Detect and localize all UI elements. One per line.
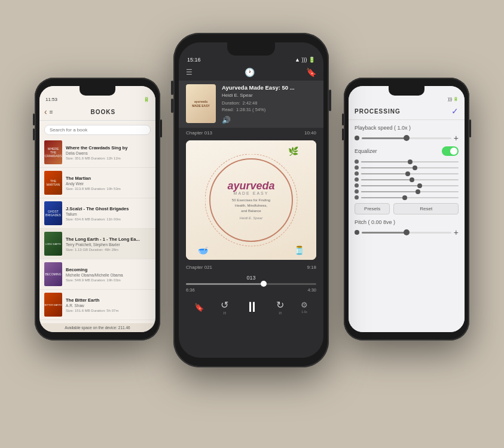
speed-dot <box>355 136 359 140</box>
check-button[interactable]: ✓ <box>451 106 459 116</box>
book-title: J.Scalzi - The Ghost Brigades <box>66 206 151 211</box>
list-item[interactable]: WHERE THE CRAWDADS Where the Crawdads Si… <box>39 137 155 168</box>
eq-track-1[interactable] <box>361 161 459 162</box>
center-book-author: Heidi E. Spear <box>222 93 316 98</box>
pause-button[interactable]: ⏸ <box>245 299 259 315</box>
rewind-label: 15 <box>223 311 227 315</box>
right-vol-up[interactable] <box>342 113 344 125</box>
list-item[interactable]: BECOMING Becoming Michelle Obama/Michell… <box>39 259 155 290</box>
eq-thumb-5 <box>417 183 422 188</box>
eq-band-1 <box>355 159 459 164</box>
center-time: 15:16 <box>187 57 201 63</box>
book-author: Michelle Obama/Michelle Obama <box>66 273 151 277</box>
forward-button[interactable]: ↻ <box>276 299 284 311</box>
search-input[interactable] <box>44 125 151 135</box>
volume-up-button[interactable] <box>33 113 35 125</box>
right-content: Playback speed ( 1.0x ) + Equalizer <box>349 120 465 332</box>
speed-track[interactable] <box>362 137 451 139</box>
center-meta: Ayurveda Made Easy: 50 ... Heidi E. Spea… <box>222 84 316 124</box>
equalizer-toggle[interactable] <box>442 146 459 156</box>
eq-track-3[interactable] <box>361 173 459 174</box>
power-button[interactable] <box>160 119 162 137</box>
eq-thumb-1 <box>408 159 413 164</box>
remaining-time: 4:30 <box>307 287 316 293</box>
center-book-info: ayurvedaMADE EASY Ayurveda Made Easy: 50… <box>179 81 323 128</box>
eq-fill-2 <box>361 167 415 168</box>
power[interactable] <box>329 90 331 111</box>
eq-fill-3 <box>361 173 408 174</box>
book-author: A.R. Shaw <box>66 303 151 308</box>
eq-track-5[interactable] <box>361 185 459 186</box>
equalizer-label: Equalizer <box>355 148 377 154</box>
clock-icon[interactable]: 🕐 <box>245 67 255 77</box>
cover-text-container: ayurveda MADE EASY 50 Exercises for Find… <box>227 180 274 220</box>
center-icons: ▲ ))) 🔋 <box>295 57 315 63</box>
large-book-cover[interactable]: 🌿 🥣 🫙 ayurveda MADE EASY 50 Exercises fo… <box>186 140 316 260</box>
presets-button[interactable]: Presets <box>355 203 390 214</box>
left-footer: Available space on the device: 211.46 <box>39 323 155 332</box>
eq-fill-6 <box>361 191 418 192</box>
playback-speed-text: Playback speed ( 1.0x ) <box>355 125 411 131</box>
presets-reset-row: Presets Reset <box>355 203 459 214</box>
volume-down-button[interactable] <box>33 128 35 140</box>
left-time: 11:53 <box>45 97 57 102</box>
eq-thumb-2 <box>413 165 417 170</box>
settings-button[interactable]: ⚙ <box>301 300 308 309</box>
pitch-fill <box>362 232 407 234</box>
list-item[interactable]: GHOST BRIGADES J.Scalzi - The Ghost Brig… <box>39 198 155 229</box>
book-cover-longearth: LONG EARTH <box>44 232 62 256</box>
elapsed-time: 6:36 <box>186 287 195 293</box>
vol-down[interactable] <box>171 99 173 113</box>
right-vol-down[interactable] <box>342 128 344 140</box>
right-power[interactable] <box>469 119 471 137</box>
ayurveda-made: MADE EASY <box>227 191 274 195</box>
book-author: Tallum <box>66 212 151 216</box>
rewind-button[interactable]: ↺ <box>221 299 228 311</box>
settings-ctrl: ⚙ 1.0x <box>301 300 308 314</box>
center-book-title: Ayurveda Made Easy: 50 ... <box>222 84 316 91</box>
rewind-ctrl: ↺ 15 <box>221 299 228 315</box>
bookmark-button[interactable]: 🔖 <box>194 303 204 312</box>
list-item[interactable]: BITTER EARTH The Bitter Earth A.R. Shaw … <box>39 290 155 320</box>
center-cover-thumbnail: ayurvedaMADE EASY <box>186 84 216 123</box>
left-notch <box>80 86 115 96</box>
eq-thumb-4 <box>410 177 414 182</box>
left-screen: 11:53 🔋 ‹ ≡ BOOKS WHERE THE CRAWDADS <box>39 86 155 332</box>
center-duration: Duration: 2:42:48 <box>222 100 316 106</box>
eq-dot-6 <box>355 189 359 194</box>
book-cover-becoming: BECOMING <box>44 262 62 286</box>
left-header: ‹ ≡ BOOKS <box>39 105 155 121</box>
bookmark-icon[interactable]: 🔖 <box>306 67 316 77</box>
list-item-active[interactable]: LONG EARTH The Long Earth - 1 - The Long… <box>39 229 155 259</box>
processing-title: PROCESSING <box>355 108 401 115</box>
eq-band-2 <box>355 165 459 170</box>
hamburger-icon[interactable]: ☰ <box>186 68 193 76</box>
book-title: The Long Earth - 1 - The Long Ea... <box>66 237 151 242</box>
speed-thumb <box>404 135 410 141</box>
eq-track-4[interactable] <box>361 179 459 180</box>
book-meta: Size: 351.6 MB Duration: 12h 12m <box>66 157 151 160</box>
book-meta: Size: 151.6 MB Duration: 5h 07m <box>66 309 151 312</box>
reset-button[interactable]: Reset <box>393 203 459 214</box>
center-read: Read: 1:28:31 ( 54%) <box>222 107 316 112</box>
forward-label: 15 <box>279 311 282 315</box>
equalizer-row: Equalizer <box>355 146 459 156</box>
toggle-dot <box>450 148 457 155</box>
eq-thumb-3 <box>405 171 410 176</box>
progress-thumb <box>261 281 267 287</box>
settings-label: 1.0x <box>301 310 307 314</box>
eq-track-6[interactable] <box>361 191 459 192</box>
eq-track-2[interactable] <box>361 167 459 168</box>
progress-bar[interactable] <box>186 283 316 285</box>
menu-icon[interactable]: ≡ <box>50 109 53 115</box>
speed-plus[interactable]: + <box>454 133 459 143</box>
pitch-plus[interactable]: + <box>454 228 459 237</box>
back-button[interactable]: ‹ <box>44 107 47 116</box>
read-value: 1:28:31 ( 54%) <box>236 107 265 112</box>
pitch-track[interactable] <box>362 232 451 234</box>
chapter-bottom-label: Chapter 021 <box>186 265 212 270</box>
eq-track-7[interactable] <box>361 197 459 198</box>
vol-up[interactable] <box>171 81 173 95</box>
list-item[interactable]: THE MARTIAN The Martian Andy Weir Size: … <box>39 168 155 198</box>
speaker-icon[interactable]: 🔊 <box>222 116 316 124</box>
